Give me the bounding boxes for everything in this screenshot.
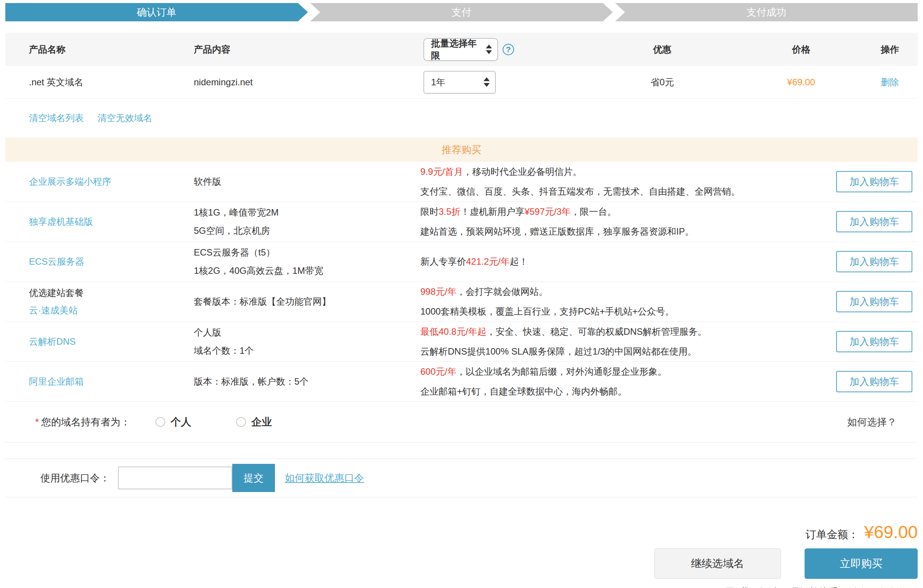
recommend-row-vhost: 独享虚机基础版 1核1G，峰值带宽2M 5G空间，北京机房 限时3.5折！虚机新… [5, 202, 918, 242]
footer-buttons: 继续选域名 立即购买 [654, 549, 918, 579]
desc-line: 支付宝、微信、百度、头条、抖音五端发布，无需技术、自由搭建、全网营销。 [420, 186, 836, 198]
buy-now-button[interactable]: 立即购买 [805, 549, 918, 579]
product-link: 云解析DNS [5, 335, 194, 348]
holder-option-personal[interactable]: 个人 [155, 415, 191, 429]
desc-text: ，以企业域名为邮箱后缀，对外沟通彰显企业形象。 [457, 366, 667, 377]
price-value: ¥69.00 [740, 77, 862, 88]
product-content: 软件版 [194, 176, 420, 188]
content-line: 域名个数：1个 [194, 345, 420, 357]
add-to-cart-button[interactable]: 加入购物车 [836, 291, 912, 312]
order-table-header: 产品名称 产品内容 批量选择年限 ? 优惠 价格 操作 [5, 33, 918, 66]
desc-line: 云解析DNS提供100% SLA服务保障，超过1/3的中国网站都在使用。 [420, 345, 836, 358]
desc-text: ，安全、快速、稳定、可靠的权威DNS解析管理服务。 [486, 326, 707, 337]
recommend-row-website: 优选建站套餐 云·速成美站 套餐版本：标准版【全功能官网】 998元/年，会打字… [5, 282, 918, 322]
product-desc: 998元/年，会打字就会做网站。 1000套精美模板，覆盖上百行业，支持PC站+… [420, 286, 836, 318]
order-amount-line: 订单金额： ¥69.00 [805, 522, 918, 542]
desc-highlight: 9.9元/首月 [420, 166, 463, 177]
recommend-title: 推荐购买 [442, 143, 481, 156]
select-arrows-icon [484, 77, 490, 87]
discount-value: 省0元 [584, 76, 740, 88]
product-link: 阿里企业邮箱 [5, 376, 194, 388]
recommend-banner: 推荐购买 [5, 138, 918, 162]
add-to-cart-button[interactable]: 加入购物车 [836, 331, 912, 352]
agreement-text-close: ） [908, 586, 918, 588]
progress-steps: 确认订单 支付 支付成功 [5, 3, 918, 21]
continue-select-domain-button[interactable]: 继续选域名 [654, 549, 781, 579]
desc-text: 建站首选，预装网站环境，赠送正版数据库，独享服务器资源和IP。 [420, 226, 694, 237]
personal-label: 个人 [171, 415, 191, 429]
add-to-cart-button[interactable]: 加入购物车 [836, 371, 912, 392]
holder-option-enterprise[interactable]: 企业 [236, 415, 272, 429]
coupon-label: 使用优惠口令： [40, 471, 110, 485]
year-select-area: 1年 [420, 71, 584, 94]
amount-label: 订单金额： [805, 527, 859, 542]
website-package-label: 优选建站套餐 [29, 287, 194, 299]
desc-line: 998元/年，会打字就会做网站。 [420, 286, 836, 298]
select-arrows-icon [486, 44, 492, 54]
desc-text: ，会打字就会做网站。 [457, 286, 548, 297]
col-product-content: 产品内容 [194, 43, 420, 56]
domain-terms-link[interactable]: 域名服务条款 [848, 586, 908, 588]
desc-highlight: 421.2元/年 [466, 256, 510, 266]
recommend-row-miniapp: 企业展示多端小程序 软件版 9.9元/首月，移动时代企业必备明信片。 支付宝、微… [5, 162, 918, 202]
ecs-link[interactable]: ECS云服务器 [29, 256, 194, 268]
batch-year-select-label: 批量选择年限 [431, 37, 482, 62]
desc-line: 新人专享价421.2元/年起！ [420, 256, 836, 268]
desc-line: 企业邮箱+钉钉，自建全球数据中心，海内外畅邮。 [420, 385, 836, 397]
col-product-name: 产品名称 [5, 43, 194, 56]
desc-text: ，移动时代企业必备明信片。 [463, 166, 582, 177]
coupon-submit-button[interactable]: 提交 [232, 464, 275, 492]
recommend-row-ecs: ECS云服务器 ECS云服务器（t5） 1核2G，40G高效云盘，1M带宽 新人… [5, 242, 918, 282]
add-to-cart-button[interactable]: 加入购物车 [836, 211, 912, 232]
coupon-input[interactable] [118, 466, 232, 489]
content-line: 个人版 [194, 326, 420, 338]
mail-link[interactable]: 阿里企业邮箱 [29, 376, 194, 388]
product-link: ECS云服务器 [5, 256, 194, 268]
product-link: 独享虚机基础版 [5, 215, 194, 228]
year-select-value: 1年 [431, 76, 445, 88]
product-desc: 600元/年，以企业域名为邮箱后缀，对外沟通彰显企业形象。 企业邮箱+钉钉，自建… [420, 366, 836, 398]
agreement-text: 我已阅读，理解并接受（ [739, 586, 848, 588]
domain-order-row: .net 英文域名 nidemingzi.net 1年 省0元 ¥69.00 删… [5, 66, 918, 99]
product-content: ECS云服务器（t5） 1核2G，40G高效云盘，1M带宽 [194, 246, 420, 277]
step-pay-success: 支付成功 [615, 3, 918, 21]
product-content: 1核1G，峰值带宽2M 5G空间，北京机房 [194, 206, 420, 237]
add-to-cart-button[interactable]: 加入购物车 [836, 171, 912, 192]
delete-link[interactable]: 删除 [862, 76, 918, 88]
content-line: 版本：标准版，帐户数：5个 [194, 376, 420, 388]
how-to-choose-link[interactable]: 如何选择？ [847, 416, 897, 429]
col-price: 价格 [740, 43, 862, 56]
desc-highlight: ¥597元/3年 [524, 206, 570, 217]
dns-link[interactable]: 云解析DNS [29, 335, 194, 348]
radio-personal-icon[interactable] [155, 417, 165, 427]
clear-links-row: 清空域名列表 清空无效域名 [5, 99, 918, 138]
product-link: 企业展示多端小程序 [5, 176, 194, 188]
desc-highlight: 最低40.8元/年起 [420, 326, 486, 337]
product-desc: 最低40.8元/年起，安全、快速、稳定、可靠的权威DNS解析管理服务。 云解析D… [420, 325, 836, 358]
step-pay: 支付 [310, 3, 613, 21]
desc-line: 限时3.5折！虚机新用户享¥597元/3年，限一台。 [420, 206, 836, 218]
desc-highlight: 600元/年 [420, 366, 457, 377]
batch-year-select[interactable]: 批量选择年限 [424, 38, 498, 61]
order-confirm-page: 确认订单 支付 支付成功 产品名称 产品内容 批量选择年限 ? 优惠 价格 操作… [0, 0, 923, 588]
desc-highlight: 998元/年 [420, 286, 457, 297]
desc-line: 1000套精美模板，覆盖上百行业，支持PC站+手机站+公众号。 [420, 305, 836, 318]
year-select[interactable]: 1年 [424, 71, 496, 94]
product-desc: 限时3.5折！虚机新用户享¥597元/3年，限一台。 建站首选，预装网站环境，赠… [420, 206, 836, 238]
add-to-cart-button[interactable]: 加入购物车 [836, 251, 912, 272]
how-to-get-coupon-link[interactable]: 如何获取优惠口令 [285, 471, 364, 485]
coupon-section: 使用优惠口令： 提交 如何获取优惠口令 [5, 458, 918, 498]
content-line: 套餐版本：标准版【全功能官网】 [194, 296, 420, 308]
vhost-link[interactable]: 独享虚机基础版 [29, 215, 194, 228]
desc-text: 企业邮箱+钉钉，自建全球数据中心，海内外畅邮。 [420, 386, 627, 396]
clear-domain-list-link[interactable]: 清空域名列表 [29, 112, 84, 124]
product-desc: 9.9元/首月，移动时代企业必备明信片。 支付宝、微信、百度、头条、抖音五端发布… [420, 166, 836, 198]
product-link: 优选建站套餐 云·速成美站 [5, 287, 194, 317]
website-link[interactable]: 云·速成美站 [29, 304, 194, 317]
radio-enterprise-icon[interactable] [236, 417, 246, 427]
miniapp-link[interactable]: 企业展示多端小程序 [29, 176, 194, 188]
help-question-icon[interactable]: ? [503, 44, 514, 55]
domain-holder-row: * 您的域名持有者为： 个人 企业 如何选择？ [5, 402, 918, 442]
clear-invalid-domain-link[interactable]: 清空无效域名 [97, 112, 152, 124]
domain-product-name: .net 英文域名 [5, 76, 194, 88]
